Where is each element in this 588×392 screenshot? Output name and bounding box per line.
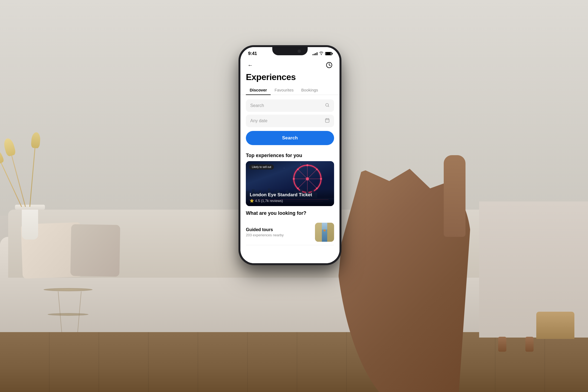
svg-point-16	[320, 178, 322, 180]
battery-icon	[325, 52, 332, 55]
category-text: Guided tours 203 experiences nearby	[246, 227, 315, 237]
phone: 9:41	[240, 46, 340, 264]
app-content: ← Experiences Discover Favourites B	[240, 58, 339, 263]
tab-discover[interactable]: Discover	[246, 85, 271, 95]
search-button[interactable]: Search	[246, 131, 334, 145]
calendar-icon	[325, 118, 330, 124]
table-top-2	[48, 313, 88, 316]
card-image: Likely to sell out London Eye Standard T…	[246, 161, 334, 206]
page-title: Experiences	[240, 71, 339, 85]
sofa-leg-2	[498, 337, 506, 352]
signal-bar-3	[315, 53, 316, 55]
signal-icon	[313, 52, 317, 55]
category-count: 203 experiences nearby	[246, 233, 315, 237]
category-name: Guided tours	[246, 227, 315, 232]
canal-bg	[315, 223, 334, 242]
search-icon	[325, 103, 330, 109]
tab-favourites[interactable]: Favourites	[271, 85, 298, 95]
notch-camera	[298, 50, 301, 53]
category-guided-tours[interactable]: Guided tours 203 experiences nearby	[246, 219, 334, 245]
back-arrow-icon: ←	[247, 62, 253, 68]
notch	[272, 47, 308, 55]
svg-point-13	[307, 164, 308, 166]
battery-fill	[326, 53, 331, 55]
tabs-container: Discover Favourites Bookings	[240, 85, 339, 95]
date-placeholder: Any date	[250, 118, 325, 123]
status-icons	[313, 51, 332, 56]
signal-bar-4	[317, 52, 317, 55]
back-button[interactable]: ←	[246, 61, 255, 69]
refresh-icon	[326, 62, 332, 68]
svg-line-9	[298, 169, 307, 179]
experience-card[interactable]: Likely to sell out London Eye Standard T…	[246, 161, 334, 206]
vase	[22, 207, 38, 240]
star-icon: ⭐	[250, 199, 255, 203]
sky	[322, 223, 327, 229]
search-input-wrapper[interactable]: Search	[246, 99, 334, 112]
search-placeholder: Search	[250, 103, 325, 108]
building-right	[327, 223, 334, 242]
hand-phone-container: 9:41	[171, 33, 416, 359]
signal-bar-1	[313, 54, 313, 55]
nav-bar: ←	[240, 58, 339, 71]
building-left	[315, 223, 322, 242]
card-bottom: London Eye Standard Ticket ⭐ 4.5 (1,7k r…	[246, 189, 334, 206]
svg-rect-2	[325, 119, 329, 122]
category-image	[315, 223, 334, 242]
sofa-leg-1	[525, 337, 534, 352]
svg-point-15	[293, 178, 295, 180]
table-top-1	[44, 288, 93, 291]
phone-screen: 9:41	[240, 47, 339, 263]
svg-point-18	[316, 169, 318, 170]
sell-out-badge: Likely to sell out	[249, 164, 274, 170]
rating-text: 4.5 (1,7k reviews)	[255, 199, 283, 203]
tab-bookings[interactable]: Bookings	[298, 85, 322, 95]
wifi-icon	[319, 51, 323, 56]
search-section: Search Any date	[240, 95, 339, 148]
star-3	[284, 168, 284, 168]
basket	[536, 312, 574, 339]
what-section: What are you looking for? Guided tours 2…	[240, 206, 339, 248]
top-experiences-heading: Top experiences for you	[240, 148, 339, 161]
svg-line-12	[307, 169, 317, 179]
card-title: London Eye Standard Ticket	[250, 192, 330, 198]
what-heading: What are you looking for?	[246, 210, 334, 216]
cushion-2	[70, 224, 120, 277]
status-time: 9:41	[248, 51, 257, 56]
nav-action-button[interactable]	[324, 60, 334, 70]
card-rating: ⭐ 4.5 (1,7k reviews)	[250, 199, 330, 203]
svg-point-17	[297, 169, 299, 170]
date-input-wrapper[interactable]: Any date	[246, 115, 334, 127]
signal-bar-2	[314, 54, 315, 55]
